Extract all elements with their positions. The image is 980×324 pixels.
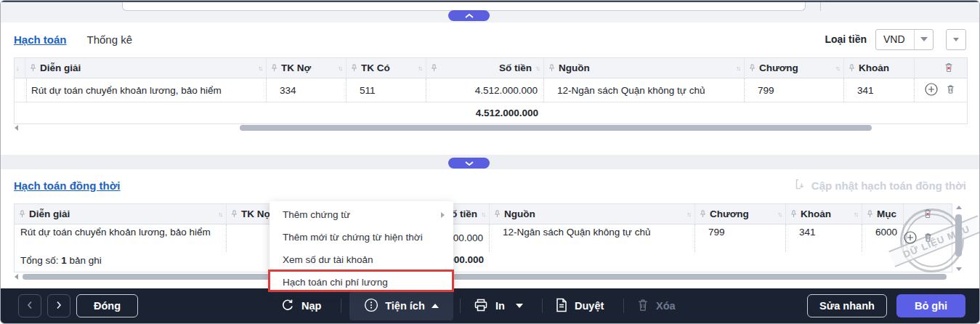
refresh-icon bbox=[280, 298, 295, 315]
pin-icon[interactable] bbox=[548, 64, 555, 72]
sort-icon[interactable]: ↑↓ bbox=[835, 65, 839, 72]
delete-row-icon[interactable] bbox=[946, 84, 955, 97]
pin-icon[interactable] bbox=[231, 210, 238, 218]
scrollbar-thumb[interactable] bbox=[23, 274, 947, 280]
table2-header-dien-giai[interactable]: Diễn giải ↑↓ bbox=[15, 204, 227, 224]
sort-icon[interactable]: ↑↓ bbox=[535, 65, 539, 72]
pin-icon[interactable] bbox=[749, 64, 756, 72]
pin-icon[interactable] bbox=[351, 64, 357, 72]
top-strip bbox=[1, 1, 979, 23]
approve-button[interactable]: Duyệt bbox=[555, 288, 604, 323]
table1-header-delete-all[interactable] bbox=[915, 58, 967, 78]
add-row-icon[interactable] bbox=[904, 231, 917, 248]
tab-thong-ke[interactable]: Thống kê bbox=[87, 33, 133, 46]
pin-icon[interactable] bbox=[790, 210, 797, 218]
menu-item-xem-so-du[interactable]: Xem số dư tài khoản bbox=[270, 248, 453, 271]
add-row-icon[interactable] bbox=[925, 83, 938, 98]
cell-khoan[interactable]: 341 bbox=[786, 224, 862, 252]
chevron-down-icon bbox=[464, 161, 474, 166]
cell-chuong[interactable]: 799 bbox=[695, 224, 786, 252]
table2-horizontal-scrollbar[interactable] bbox=[15, 274, 952, 280]
scrollbar-thumb[interactable] bbox=[240, 125, 872, 131]
utilities-button[interactable]: Tiện ích bbox=[349, 291, 453, 320]
cell-tk-no[interactable]: 334 bbox=[267, 78, 347, 102]
utilities-context-menu: Thêm chứng từ Thêm mới từ chứng từ hiện … bbox=[270, 201, 453, 291]
sort-icon[interactable]: ↑↓ bbox=[218, 211, 222, 218]
chevron-down-icon[interactable] bbox=[516, 304, 523, 308]
sort-icon[interactable]: ↑↓ bbox=[854, 211, 857, 218]
collapse-down-button[interactable] bbox=[448, 158, 490, 169]
cell-muc[interactable]: 6000 bbox=[862, 224, 904, 252]
quick-edit-button[interactable]: Sửa nhanh bbox=[807, 294, 887, 317]
pin-icon[interactable] bbox=[867, 210, 873, 218]
table1-header-chuong[interactable]: Chương ↑↓ bbox=[745, 58, 844, 78]
scroll-up-icon[interactable] bbox=[956, 206, 962, 209]
table1-header-nguon[interactable]: Nguồn ↑↓ bbox=[544, 58, 745, 78]
column-label: TK Nợ bbox=[281, 62, 334, 73]
sort-icon[interactable]: ↑↓ bbox=[258, 65, 262, 72]
cell-khoan[interactable]: 341 bbox=[844, 78, 915, 102]
sort-icon[interactable]: ↑↓ bbox=[481, 211, 485, 218]
cell-dien-giai[interactable]: Rút dự toán chuyển khoản lương, bảo hiểm bbox=[15, 224, 227, 252]
table1-row[interactable]: Rút dự toán chuyển khoản lương, bảo hiểm… bbox=[15, 78, 967, 102]
currency-dropdown-button[interactable] bbox=[914, 30, 933, 49]
scroll-left-icon[interactable] bbox=[15, 274, 18, 280]
menu-item-them-moi-tu-chung-tu[interactable]: Thêm mới từ chứng từ hiện thời bbox=[270, 226, 453, 248]
column-label: Khoản bbox=[859, 62, 910, 73]
cell-nguon[interactable]: 12-Ngân sách Quận không tự chủ bbox=[490, 224, 695, 252]
pin-icon[interactable] bbox=[19, 210, 25, 218]
currency-extra-dropdown[interactable] bbox=[946, 29, 966, 50]
pin-icon[interactable] bbox=[494, 210, 501, 218]
scrollbar-thumb[interactable] bbox=[955, 214, 962, 256]
table2-vertical-scrollbar[interactable] bbox=[955, 206, 963, 271]
cell-nguon[interactable]: 12-Ngân sách Quận không tự chủ bbox=[544, 78, 745, 102]
unpost-button[interactable]: Bỏ ghi bbox=[896, 294, 965, 317]
column-label: TK Có bbox=[361, 62, 414, 73]
trash-icon bbox=[636, 298, 649, 314]
table2-header-nguon[interactable]: Nguồn ↑↓ bbox=[490, 204, 695, 224]
pin-icon[interactable] bbox=[30, 64, 36, 72]
collapse-up-button[interactable] bbox=[448, 10, 490, 21]
main-entries-table: ↓ Diễn giải ↑↓ TK Nợ ↑↓ TK Có ↑↓ Số tiền… bbox=[14, 57, 968, 124]
cell-dien-giai[interactable]: Rút dự toán chuyển khoản lương, bảo hiểm bbox=[25, 78, 267, 102]
currency-dropdown[interactable]: VND bbox=[875, 29, 934, 50]
table2-header-khoan[interactable]: Khoản ↑↓ bbox=[786, 204, 862, 224]
arrow-down-icon: ↓ bbox=[16, 65, 20, 72]
print-button[interactable]: In bbox=[473, 288, 523, 323]
delete-row-icon[interactable] bbox=[923, 232, 933, 246]
table2-header-chuong[interactable]: Chương ↑↓ bbox=[695, 204, 786, 224]
sort-icon[interactable]: ↑↓ bbox=[338, 65, 341, 72]
sort-icon[interactable]: ↑↓ bbox=[777, 211, 781, 218]
pin-icon[interactable] bbox=[849, 64, 855, 72]
table1-horizontal-scrollbar[interactable] bbox=[15, 125, 967, 131]
next-record-button[interactable] bbox=[47, 294, 70, 317]
table2-row[interactable]: Rút dự toán chuyển khoản lương, bảo hiểm… bbox=[15, 224, 952, 252]
cell-chuong[interactable]: 799 bbox=[745, 78, 844, 102]
reload-button[interactable]: Nạp bbox=[280, 288, 321, 323]
sort-icon[interactable]: ↑↓ bbox=[687, 211, 690, 218]
pin-icon[interactable] bbox=[431, 64, 437, 72]
simultaneous-entry-link[interactable]: Hạch toán đồng thời bbox=[14, 179, 120, 192]
menu-item-hach-toan-chi-phi-luong[interactable]: Hạch toán chi phí lương bbox=[270, 271, 453, 293]
scroll-down-icon[interactable] bbox=[956, 267, 962, 271]
cell-tk-co[interactable]: 511 bbox=[347, 78, 426, 102]
table2-header-muc[interactable]: Mục bbox=[862, 204, 904, 224]
tab-hach-toan[interactable]: Hạch toán bbox=[14, 33, 67, 46]
sort-icon[interactable]: ↑↓ bbox=[736, 65, 740, 72]
delete-column-icon bbox=[923, 208, 933, 221]
accounting-voucher-window: Hạch toán Thống kê Loại tiền VND ↓ Diễn … bbox=[0, 0, 980, 324]
table2-header-delete-all[interactable] bbox=[904, 204, 952, 224]
pin-icon[interactable] bbox=[700, 210, 706, 218]
menu-item-them-chung-tu[interactable]: Thêm chứng từ bbox=[270, 203, 453, 226]
close-button[interactable]: Đóng bbox=[76, 294, 138, 317]
table1-header-khoan[interactable]: Khoản bbox=[844, 58, 915, 78]
table1-header-so-tien[interactable]: Số tiền ↑↓ bbox=[426, 58, 544, 78]
table1-row-indicator-header[interactable]: ↓ bbox=[15, 58, 25, 78]
sort-icon[interactable]: ↑↓ bbox=[418, 65, 421, 72]
table1-header-dien-giai[interactable]: Diễn giải ↑↓ bbox=[25, 58, 267, 78]
cell-so-tien[interactable]: 4.512.000.000 bbox=[426, 78, 544, 102]
scroll-left-icon[interactable] bbox=[15, 125, 18, 131]
pin-icon[interactable] bbox=[271, 64, 278, 72]
table1-header-tk-no[interactable]: TK Nợ ↑↓ bbox=[267, 58, 347, 78]
table1-header-tk-co[interactable]: TK Có ↑↓ bbox=[347, 58, 426, 78]
